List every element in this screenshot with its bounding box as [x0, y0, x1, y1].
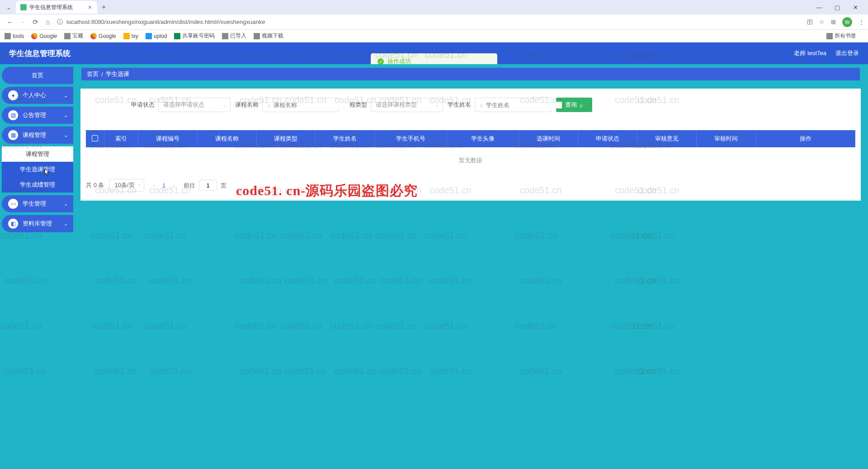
maximize-button[interactable]: ▢: [828, 4, 846, 11]
pagination-prev[interactable]: ‹: [150, 180, 159, 191]
nav-sub-course-manage[interactable]: 课程管理: [2, 146, 73, 162]
tab-title: 学生信息管理系统: [29, 4, 87, 11]
chevron-down-icon: ⌄: [64, 93, 68, 98]
th-apply-status: 申请状态: [578, 130, 637, 147]
logout-link[interactable]: 退出登录: [835, 49, 859, 57]
upload-icon: [146, 33, 152, 39]
bookmark-star-icon[interactable]: ☆: [819, 19, 825, 25]
breadcrumb: 首页 / 学生选课: [80, 67, 861, 81]
table-nodata: 暂无数据: [86, 147, 855, 174]
pagination-page-1[interactable]: 1: [159, 180, 169, 191]
th-student-phone: 学生手机号: [375, 130, 447, 147]
browser-chrome: ⌄ 学生信息管理系统 × + — ▢ ✕ ← → ⟳ ⌂ ⓘ localhost…: [0, 0, 868, 42]
th-index: 索引: [104, 130, 138, 147]
search-icon: ⌕: [267, 102, 271, 108]
bookmark-uplod[interactable]: uplod: [146, 33, 167, 39]
filter-course-name-label: 课程名称: [235, 101, 259, 109]
close-window-button[interactable]: ✕: [846, 4, 864, 11]
table-header-row: 索引 课程编号 课程名称 课程类型 学生姓名 学生手机号 学生头像 选课时间 申…: [86, 130, 855, 147]
browser-tab[interactable]: 学生信息管理系统 ×: [16, 1, 97, 14]
extensions-icon[interactable]: ⊞: [831, 19, 836, 25]
pagination-perpage-select[interactable]: 10条/页 ⌄: [109, 179, 144, 192]
user-icon: ●: [8, 90, 18, 100]
nav-personal-center[interactable]: ● 个人中心 ⌄: [2, 87, 73, 104]
favicon-icon: [20, 4, 27, 10]
password-key-icon[interactable]: ⚿: [807, 19, 813, 25]
monitor-icon: ▭: [8, 199, 18, 209]
filter-course-type-select[interactable]: 请选择课程类型 ⌄: [371, 98, 443, 112]
filter-course-name-input[interactable]: ⌕: [262, 98, 339, 112]
chevron-down-icon: ⌄: [222, 102, 226, 108]
search-icon: ⌕: [580, 102, 583, 108]
bookmark-baozang[interactable]: 宝藏: [64, 32, 83, 40]
profile-avatar[interactable]: W: [842, 17, 852, 27]
window-controls: — ▢ ✕: [810, 4, 864, 11]
bookmark-bar: tools Google 宝藏 Google txy uplod 共享账号密码 …: [0, 30, 868, 42]
url-field[interactable]: ⓘ localhost:8080/xueshengxinxiguanli/adm…: [57, 18, 804, 26]
minimize-button[interactable]: —: [810, 4, 828, 11]
nav-sub-student-grade[interactable]: 学生成绩管理: [2, 177, 73, 192]
search-icon: ⌕: [480, 102, 483, 108]
breadcrumb-home[interactable]: 首页: [87, 70, 99, 78]
nav-home[interactable]: 首页: [2, 67, 73, 84]
chevron-down-icon: ⌄: [64, 132, 68, 138]
address-bar: ← → ⟳ ⌂ ⓘ localhost:8080/xueshengxinxigu…: [0, 14, 868, 30]
bookmark-txy[interactable]: txy: [123, 33, 138, 39]
user-label[interactable]: 老师 testTea: [794, 49, 826, 57]
grid-icon: ▦: [8, 130, 18, 140]
th-checkbox[interactable]: [86, 130, 104, 147]
main-content: 首页 / 学生选课 申请状态 请选择申请状态 ⌄ 课程名称 ⌕: [73, 64, 868, 469]
nav-sub-student-select[interactable]: 学生选课管理: [2, 162, 73, 177]
bookmark-tools[interactable]: tools: [5, 33, 24, 39]
folder-icon: [826, 33, 833, 39]
app-title: 学生信息管理系统: [9, 48, 71, 59]
lock-icon: [174, 33, 180, 39]
filter-student-name-label: 学生姓名: [448, 101, 471, 109]
th-review-time: 审核时间: [697, 130, 756, 147]
nav-home-label: 首页: [32, 71, 43, 80]
tabs-dropdown-icon[interactable]: ⌄: [4, 4, 14, 11]
new-tab-button[interactable]: +: [97, 3, 110, 11]
back-button[interactable]: ←: [4, 18, 16, 26]
th-student-name: 学生姓名: [316, 130, 375, 147]
sidebar: 首页 ● 个人中心 ⌄ ▧ 公告管理 ⌄ ▦ 课程管理 ⌄ 课程管理 学生选课管…: [0, 64, 73, 469]
nav-label: 个人中心: [23, 91, 46, 99]
check-circle-icon: ✓: [377, 58, 384, 65]
nav-student[interactable]: ▭ 学生管理 ⌄: [2, 195, 73, 212]
nav-announcement[interactable]: ▧ 公告管理 ⌄: [2, 107, 73, 124]
bookmark-google1[interactable]: Google: [31, 33, 57, 39]
reload-button[interactable]: ⟳: [29, 18, 42, 26]
browser-menu-icon[interactable]: ⋮: [859, 19, 864, 25]
browser-tab-bar: ⌄ 学生信息管理系统 × + — ▢ ✕: [0, 0, 868, 14]
th-select-time: 选课时间: [519, 130, 578, 147]
bookmark-imported[interactable]: 已导入: [222, 32, 246, 40]
filter-student-name-input[interactable]: ⌕: [475, 98, 552, 112]
home-button[interactable]: ⌂: [42, 18, 54, 26]
th-student-avatar: 学生头像: [447, 130, 519, 147]
site-info-icon[interactable]: ⓘ: [57, 18, 63, 26]
bookmark-shared[interactable]: 共享账号密码: [174, 32, 215, 40]
forward-button[interactable]: →: [16, 18, 29, 26]
th-course-type: 课程类型: [256, 130, 316, 147]
data-table: 索引 课程编号 课程名称 课程类型 学生姓名 学生手机号 学生头像 选课时间 申…: [86, 130, 855, 147]
nav-label: 学生管理: [23, 200, 46, 208]
tab-close-icon[interactable]: ×: [87, 4, 93, 11]
bookmark-google2[interactable]: Google: [90, 33, 116, 39]
chevron-down-icon: ⌄: [64, 221, 68, 227]
pagination-next[interactable]: ›: [169, 180, 178, 191]
pagination-goto-input[interactable]: [199, 180, 217, 191]
th-action: 操作: [756, 130, 855, 147]
filter-status-label: 申请状态: [131, 101, 155, 109]
chevron-down-icon: ⌄: [435, 102, 439, 108]
nav-course[interactable]: ▦ 课程管理 ⌄: [2, 127, 73, 144]
filter-status-select[interactable]: 请选择申请状态 ⌄: [158, 98, 231, 112]
folder-icon: [254, 33, 260, 39]
google-icon: [31, 33, 38, 39]
nav-resources[interactable]: ◧ 资料库管理 ⌄: [2, 215, 73, 232]
pagination-goto: 前往 页: [184, 180, 226, 191]
bookmark-all[interactable]: 所有书签: [826, 32, 856, 40]
folder-icon: [222, 33, 228, 39]
bookmark-video[interactable]: 视频下载: [254, 32, 283, 40]
folder-icon: [5, 33, 11, 39]
star-icon: [123, 33, 130, 39]
